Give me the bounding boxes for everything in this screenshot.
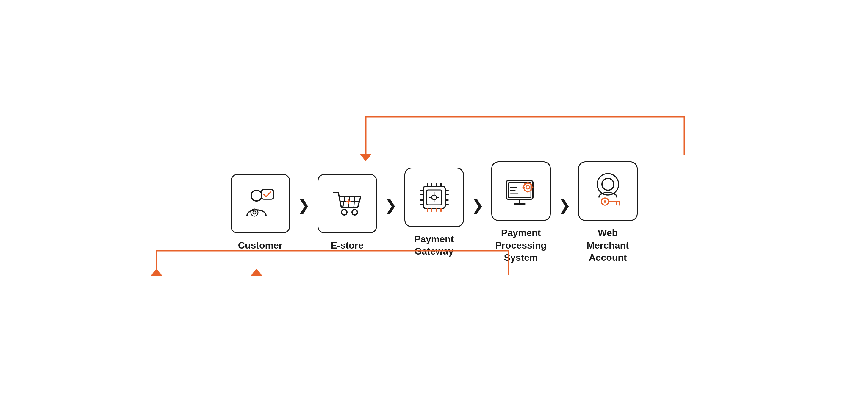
processing-label: PaymentProcessingSystem	[495, 227, 547, 264]
arrow-4: ❯	[558, 197, 571, 213]
svg-point-55	[597, 174, 619, 195]
customer-label: Customer	[238, 239, 282, 252]
node-payment-gateway: PaymentGateway	[404, 168, 464, 258]
estore-icon-box	[317, 174, 377, 233]
svg-point-1	[251, 190, 262, 201]
svg-marker-62	[251, 268, 262, 276]
svg-point-45	[526, 185, 530, 189]
svg-line-51	[531, 190, 531, 191]
customer-icon-box	[230, 174, 290, 233]
processing-icon	[502, 172, 540, 210]
svg-point-3	[253, 211, 256, 214]
estore-label: E-store	[331, 239, 363, 252]
svg-rect-15	[427, 190, 442, 205]
node-estore: E-store	[317, 174, 377, 252]
diagram-container: Customer ❯	[107, 102, 762, 310]
svg-point-11	[352, 210, 358, 215]
node-customer: Customer	[230, 174, 290, 252]
processing-icon-box	[491, 161, 551, 221]
merchant-icon-box	[578, 161, 638, 221]
svg-point-10	[342, 210, 347, 215]
arrow-1: ❯	[297, 197, 310, 213]
gateway-label: PaymentGateway	[414, 233, 454, 258]
svg-marker-61	[151, 268, 162, 276]
estore-icon	[328, 184, 367, 223]
node-payment-processing: PaymentProcessingSystem	[491, 161, 551, 264]
svg-marker-0	[360, 154, 372, 161]
node-web-merchant: WebMerchantAccount	[578, 161, 638, 264]
svg-point-57	[604, 200, 606, 203]
svg-line-53	[524, 190, 525, 191]
svg-line-52	[531, 184, 531, 184]
arrow-2: ❯	[384, 197, 397, 213]
customer-icon	[241, 184, 280, 223]
gateway-icon	[415, 178, 454, 217]
arrow-3: ❯	[471, 197, 484, 213]
top-return-arrow	[107, 102, 762, 161]
gateway-icon-box	[404, 168, 464, 227]
merchant-icon	[589, 172, 627, 210]
svg-point-54	[602, 178, 614, 190]
svg-point-16	[432, 195, 437, 200]
svg-line-50	[524, 184, 525, 184]
svg-line-8	[354, 197, 355, 207]
merchant-label: WebMerchantAccount	[587, 227, 629, 264]
flow-row: Customer ❯	[107, 161, 762, 264]
svg-line-6	[343, 197, 345, 207]
